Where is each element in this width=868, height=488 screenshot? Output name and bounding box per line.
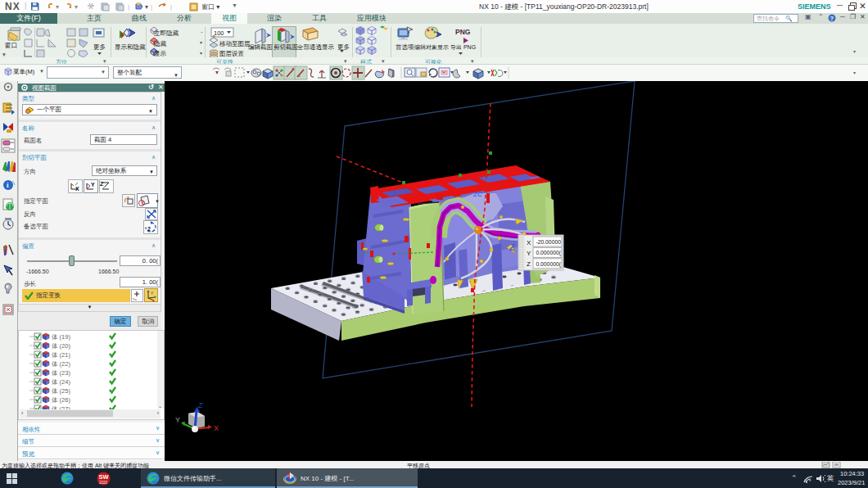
svg-text:Y: Y (527, 250, 531, 257)
svg-text:|: | (151, 3, 152, 11)
svg-text:0.000000(: 0.000000( (536, 250, 561, 256)
svg-text:体 (24): 体 (24) (52, 378, 70, 386)
svg-text:X: X (214, 424, 219, 432)
svg-text:X: X (527, 239, 531, 246)
svg-text:Z: Z (100, 181, 104, 187)
svg-text:ZC: ZC (472, 191, 482, 198)
svg-text:-: - (201, 28, 203, 35)
svg-text:体 (23): 体 (23) (52, 369, 70, 377)
svg-text:Z: Z (197, 401, 203, 409)
svg-text:▼: ▼ (155, 199, 160, 204)
svg-text:*: * (809, 479, 811, 483)
svg-text:体 (21): 体 (21) (52, 351, 70, 359)
svg-text:体 (26): 体 (26) (52, 396, 70, 404)
svg-text:▾: ▾ (75, 3, 78, 11)
svg-text:Y: Y (91, 182, 95, 188)
svg-text:|: | (128, 3, 129, 11)
svg-text:▾: ▾ (56, 3, 59, 11)
svg-text:PNG: PNG (455, 28, 471, 36)
svg-text:100: 100 (214, 29, 224, 37)
svg-text:▾: ▾ (200, 40, 202, 45)
svg-text:|: | (170, 3, 172, 11)
svg-text:▾: ▾ (200, 51, 202, 56)
svg-text:体 (22): 体 (22) (52, 360, 70, 368)
svg-text:体 (25): 体 (25) (52, 387, 70, 395)
svg-text:Y: Y (175, 416, 180, 424)
svg-text:-20.00000: -20.00000 (536, 239, 561, 245)
svg-text:▾: ▾ (145, 3, 148, 11)
svg-text:Y: Y (151, 291, 154, 296)
svg-text:0.000000(: 0.000000( (536, 261, 561, 268)
svg-text:X: X (75, 186, 79, 192)
svg-text:2: 2 (147, 226, 151, 232)
svg-text:Z: Z (527, 260, 531, 268)
svg-text:SW: SW (99, 473, 110, 481)
svg-text:体 (19): 体 (19) (52, 333, 70, 341)
svg-text:体 (20): 体 (20) (52, 342, 70, 350)
svg-text:2020: 2020 (99, 481, 108, 485)
svg-text:Z: Z (509, 243, 515, 252)
svg-text:?: ? (830, 16, 834, 21)
